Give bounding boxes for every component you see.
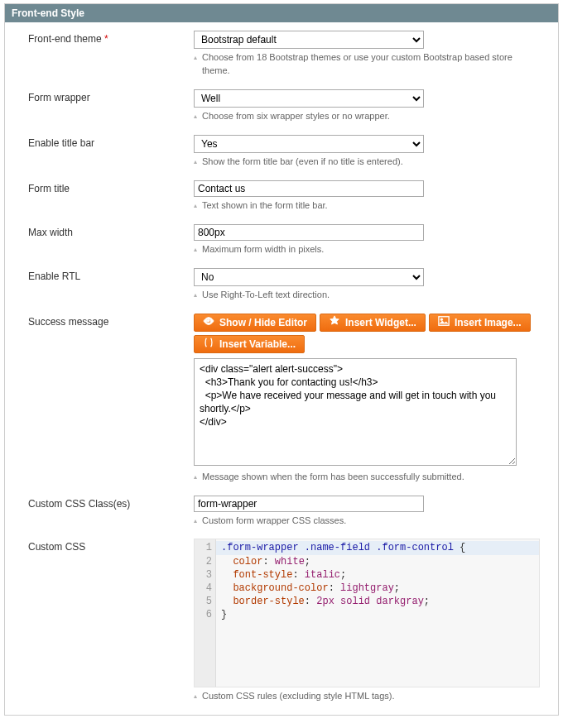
code-content[interactable]: .form-wrapper .name-field .form-control … bbox=[216, 539, 539, 687]
row-frontend-theme: Front-end theme * Bootstrap default Choo… bbox=[28, 31, 540, 78]
code-gutter: 1 2 3 4 5 6 bbox=[195, 539, 216, 687]
hint-css-classes: Custom form wrapper CSS classes. bbox=[194, 515, 540, 528]
row-form-wrapper: Form wrapper Well Choose from six wrappe… bbox=[28, 89, 540, 123]
input-css-classes[interactable] bbox=[194, 496, 424, 512]
row-enable-rtl: Enable RTL No Use Right-To-Left text dir… bbox=[28, 268, 540, 302]
editor-toolbar: Show / Hide Editor Insert Widget... Inse… bbox=[194, 314, 540, 353]
image-icon bbox=[438, 315, 450, 329]
hint-success-message: Message shown when the form has been suc… bbox=[194, 471, 540, 484]
toggle-editor-button[interactable]: Show / Hide Editor bbox=[194, 314, 316, 332]
svg-rect-0 bbox=[439, 317, 449, 326]
insert-widget-button[interactable]: Insert Widget... bbox=[320, 314, 426, 332]
label-enable-title-bar: Enable title bar bbox=[28, 135, 194, 149]
label-max-width: Max width bbox=[28, 224, 194, 238]
label-form-title: Form title bbox=[28, 180, 194, 194]
required-marker: * bbox=[104, 33, 108, 45]
label-css-classes: Custom CSS Class(es) bbox=[28, 496, 194, 510]
textarea-success-message[interactable] bbox=[194, 358, 517, 466]
label-enable-rtl: Enable RTL bbox=[28, 268, 194, 282]
row-custom-css: Custom CSS 1 2 3 4 5 6 .form-wrapper .na… bbox=[28, 539, 540, 703]
input-max-width[interactable] bbox=[194, 224, 424, 241]
hint-enable-rtl: Use Right-To-Left text direction. bbox=[194, 289, 540, 302]
hint-form-wrapper: Choose from six wrapper styles or no wra… bbox=[194, 110, 540, 123]
widget-icon bbox=[329, 315, 340, 329]
hint-form-title: Text shown in the form title bar. bbox=[194, 199, 540, 213]
input-form-title[interactable] bbox=[194, 180, 424, 197]
row-success-message: Success message Show / Hide Editor Inser… bbox=[28, 314, 540, 484]
select-frontend-theme[interactable]: Bootstrap default bbox=[194, 31, 424, 49]
insert-variable-button[interactable]: Insert Variable... bbox=[194, 335, 305, 353]
select-enable-rtl[interactable]: No bbox=[194, 268, 424, 286]
label-frontend-theme: Front-end theme * bbox=[28, 31, 194, 45]
hint-enable-title-bar: Show the form title bar (even if no titl… bbox=[194, 156, 540, 169]
horizontal-scrollbar[interactable] bbox=[17, 721, 546, 728]
row-css-classes: Custom CSS Class(es) Custom form wrapper… bbox=[28, 496, 540, 528]
svg-point-1 bbox=[440, 318, 443, 321]
hint-custom-css: Custom CSS rules (excluding style HTML t… bbox=[194, 690, 540, 703]
hint-frontend-theme: Choose from 18 Bootstrap themes or use y… bbox=[194, 51, 540, 78]
row-enable-title-bar: Enable title bar Yes Show the form title… bbox=[28, 135, 540, 169]
label-success-message: Success message bbox=[28, 314, 194, 328]
panel-title: Front-end Style bbox=[5, 4, 558, 22]
variable-icon bbox=[203, 337, 214, 351]
hint-max-width: Maximum form width in pixels. bbox=[194, 243, 540, 256]
insert-image-button[interactable]: Insert Image... bbox=[429, 314, 531, 332]
eye-icon bbox=[203, 315, 214, 329]
frontend-style-panel: Front-end Style Front-end theme * Bootst… bbox=[4, 3, 559, 716]
code-editor-custom-css[interactable]: 1 2 3 4 5 6 .form-wrapper .name-field .f… bbox=[194, 539, 540, 687]
label-form-wrapper: Form wrapper bbox=[28, 89, 194, 103]
row-max-width: Max width Maximum form width in pixels. bbox=[28, 224, 540, 256]
label-custom-css: Custom CSS bbox=[28, 539, 194, 553]
row-form-title: Form title Text shown in the form title … bbox=[28, 180, 540, 213]
select-form-wrapper[interactable]: Well bbox=[194, 89, 424, 108]
select-enable-title-bar[interactable]: Yes bbox=[194, 135, 424, 153]
form-body: Front-end theme * Bootstrap default Choo… bbox=[5, 22, 558, 715]
